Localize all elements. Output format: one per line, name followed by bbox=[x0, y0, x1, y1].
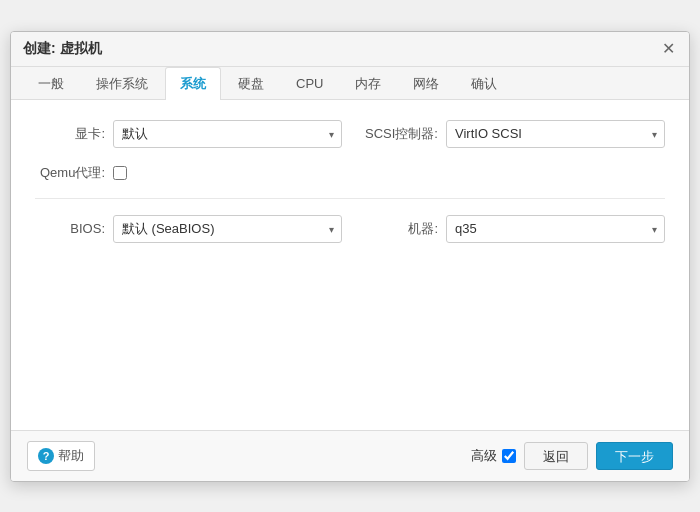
machine-select-wrapper: q35 ▾ bbox=[446, 215, 665, 243]
tab-disk[interactable]: 硬盘 bbox=[223, 67, 279, 100]
close-icon: ✕ bbox=[662, 39, 675, 58]
machine-group: 机器: q35 ▾ bbox=[358, 215, 665, 243]
qemu-agent-checkbox[interactable] bbox=[113, 166, 127, 180]
machine-select[interactable]: q35 bbox=[446, 215, 665, 243]
back-button[interactable]: 返回 bbox=[524, 442, 588, 470]
display-card-select[interactable]: 默认 bbox=[113, 120, 342, 148]
display-card-group: 显卡: 默认 ▾ bbox=[35, 120, 342, 148]
bios-select[interactable]: 默认 (SeaBIOS) bbox=[113, 215, 342, 243]
tab-confirm[interactable]: 确认 bbox=[456, 67, 512, 100]
tab-memory[interactable]: 内存 bbox=[340, 67, 396, 100]
qemu-agent-group: Qemu代理: bbox=[35, 164, 665, 182]
tab-system[interactable]: 系统 bbox=[165, 67, 221, 100]
scsi-controller-group: SCSI控制器: VirtIO SCSI ▾ bbox=[358, 120, 665, 148]
display-card-select-wrapper: 默认 ▾ bbox=[113, 120, 342, 148]
scsi-controller-select-wrapper: VirtIO SCSI ▾ bbox=[446, 120, 665, 148]
advanced-wrapper: 高级 bbox=[471, 447, 516, 465]
tab-cpu[interactable]: CPU bbox=[281, 68, 338, 98]
help-label: 帮助 bbox=[58, 447, 84, 465]
machine-label: 机器: bbox=[358, 220, 438, 238]
dialog-title: 创建: 虚拟机 bbox=[23, 40, 102, 58]
dialog-body: 显卡: 默认 ▾ SCSI控制器: VirtIO SCSI ▾ bbox=[11, 100, 689, 430]
close-button[interactable]: ✕ bbox=[659, 40, 677, 58]
divider bbox=[35, 198, 665, 199]
display-card-label: 显卡: bbox=[35, 125, 105, 143]
qemu-agent-label: Qemu代理: bbox=[35, 164, 105, 182]
footer-right: 高级 返回 下一步 bbox=[471, 442, 673, 470]
bios-label: BIOS: bbox=[35, 221, 105, 236]
advanced-label: 高级 bbox=[471, 447, 497, 465]
form-row-bios-machine: BIOS: 默认 (SeaBIOS) ▾ 机器: q35 ▾ bbox=[35, 215, 665, 243]
tab-network[interactable]: 网络 bbox=[398, 67, 454, 100]
next-button[interactable]: 下一步 bbox=[596, 442, 673, 470]
help-button[interactable]: ? 帮助 bbox=[27, 441, 95, 471]
scsi-controller-label: SCSI控制器: bbox=[358, 125, 438, 143]
scsi-controller-select[interactable]: VirtIO SCSI bbox=[446, 120, 665, 148]
tab-os[interactable]: 操作系统 bbox=[81, 67, 163, 100]
advanced-checkbox[interactable] bbox=[502, 449, 516, 463]
qemu-agent-checkbox-wrapper bbox=[113, 166, 127, 180]
form-row-qemu: Qemu代理: bbox=[35, 164, 665, 182]
dialog-footer: ? 帮助 高级 返回 下一步 bbox=[11, 430, 689, 481]
bios-select-wrapper: 默认 (SeaBIOS) ▾ bbox=[113, 215, 342, 243]
bios-group: BIOS: 默认 (SeaBIOS) ▾ bbox=[35, 215, 342, 243]
help-icon: ? bbox=[38, 448, 54, 464]
form-row-display-scsi: 显卡: 默认 ▾ SCSI控制器: VirtIO SCSI ▾ bbox=[35, 120, 665, 148]
footer-left: ? 帮助 bbox=[27, 441, 95, 471]
tab-bar: 一般 操作系统 系统 硬盘 CPU 内存 网络 确认 bbox=[11, 67, 689, 100]
create-vm-dialog: 创建: 虚拟机 ✕ 一般 操作系统 系统 硬盘 CPU 内存 网络 确认 显卡:… bbox=[10, 31, 690, 482]
dialog-header: 创建: 虚拟机 ✕ bbox=[11, 32, 689, 67]
tab-general[interactable]: 一般 bbox=[23, 67, 79, 100]
